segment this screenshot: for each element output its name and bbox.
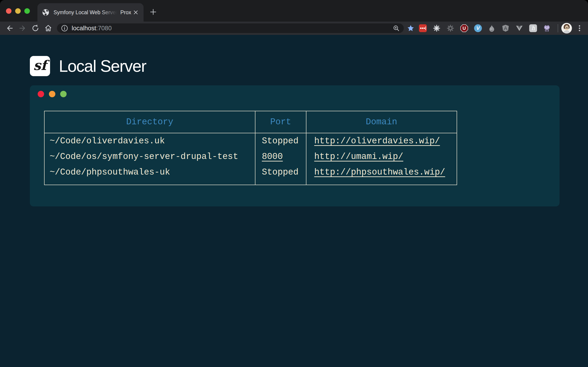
card-window-dots [38,91,560,97]
port-link[interactable]: 8000 [262,152,283,161]
column-header-port: Port [255,111,306,133]
page-header: sf Local Server [30,56,588,76]
card-green-dot-icon [60,91,67,97]
directory-cell: ~/Code/os/symfony-server-drupal-test [44,149,255,165]
domain-link[interactable]: http://oliverdavies.wip/ [314,136,440,146]
domain-link[interactable]: http://phpsouthwales.wip/ [314,167,445,177]
card-orange-dot-icon [49,91,55,97]
globe-favicon-icon [42,9,49,16]
domain-link[interactable]: http://umami.wip/ [314,152,403,161]
profile-avatar[interactable] [561,23,572,33]
lastpass-extension-icon[interactable] [419,24,427,32]
page-content: sf Local Server Directory Port Domain [0,35,588,367]
zoom-in-icon[interactable] [393,25,400,32]
home-button[interactable] [43,23,53,33]
table-header-row: Directory Port Domain [44,111,457,133]
table-row: ~/Code/oliverdavies.uk Stopped http://ol… [44,133,457,149]
servers-table: Directory Port Domain ~/Code/oliverdavie… [44,111,457,185]
gear-extension-icon[interactable] [433,24,441,32]
bookmark-star-icon[interactable] [406,23,416,33]
angular-shield-extension-icon[interactable] [502,24,510,32]
page-info-icon[interactable] [61,25,68,32]
reload-button[interactable] [30,23,40,33]
gear-disabled-extension-icon[interactable] [447,24,454,32]
symfony-logo-icon: sf [30,56,50,76]
browser-window: Symfony Local Web Server: Prox [0,0,588,367]
table-row: ~/Code/os/symfony-server-drupal-test 800… [44,149,457,165]
column-header-directory: Directory [44,111,255,133]
window-controls [6,8,30,14]
window-minimize-button[interactable] [15,8,21,14]
browser-menu-icon[interactable] [576,23,583,33]
directory-cell: ~/Code/phpsouthwales-uk [44,165,255,185]
honey-h-extension-icon[interactable]: h [529,24,537,32]
tab-strip: Symfony Local Web Server: Prox [0,0,588,22]
port-status: Stopped [255,165,306,185]
card-red-dot-icon [38,91,44,97]
page-title: Local Server [59,57,146,75]
url-text: localhost:7080 [72,25,112,32]
forward-button[interactable] [17,23,27,33]
address-bar[interactable]: localhost:7080 [57,23,404,33]
port-status: Stopped [255,133,306,149]
window-zoom-button[interactable] [24,8,30,14]
vue-chevron-extension-icon[interactable] [515,24,523,32]
new-tab-button[interactable] [148,7,158,17]
column-header-domain: Domain [306,111,457,133]
github-octocat-extension-icon[interactable] [543,24,551,32]
back-button[interactable] [5,23,15,33]
tab-title: Symfony Local Web Server: Prox [53,9,132,16]
toolbar-separator [558,24,558,32]
browser-toolbar: localhost:7080 [0,22,588,35]
tab-title-fade [101,9,120,16]
ublock-origin-extension-icon[interactable]: U [460,24,468,32]
tab-close-icon[interactable] [132,8,140,17]
drupal-drop-extension-icon[interactable] [488,24,496,32]
v-blue-circle-extension-icon[interactable]: V [474,24,482,32]
server-card: Directory Port Domain ~/Code/oliverdavie… [30,85,560,206]
extensions-bar: U V [419,24,551,32]
browser-tab[interactable]: Symfony Local Web Server: Prox [37,3,144,22]
directory-cell: ~/Code/oliverdavies.uk [44,133,255,149]
window-close-button[interactable] [6,8,11,14]
table-row: ~/Code/phpsouthwales-uk Stopped http://p… [44,165,457,185]
